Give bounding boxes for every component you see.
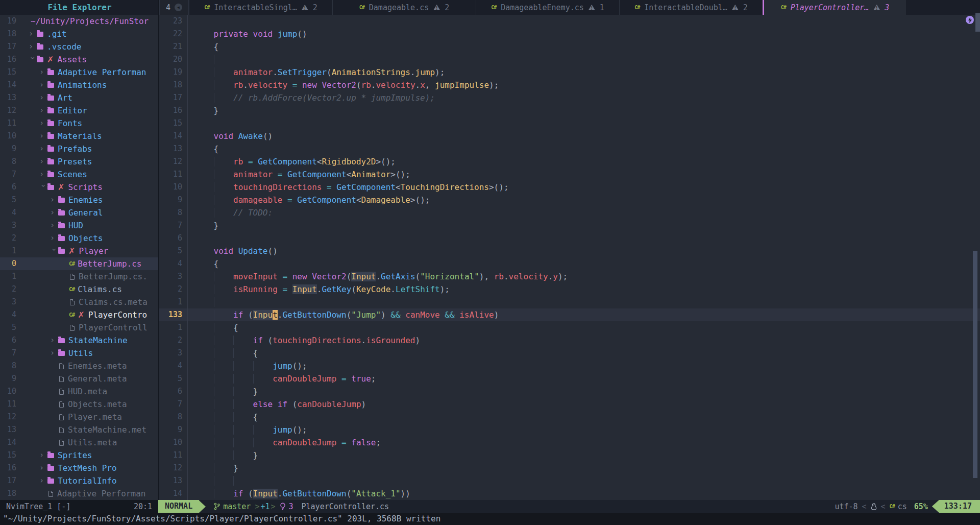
code-line[interactable]: 14 void Awake() xyxy=(159,130,980,142)
tree-item[interactable]: 12›Editor xyxy=(0,104,158,117)
chevron-right-icon[interactable]: › xyxy=(50,334,58,347)
code-line[interactable]: 2 if (touchingDirections.isGrounded) xyxy=(159,334,980,347)
tree-item[interactable]: 11›Fonts xyxy=(0,117,158,130)
code-line[interactable]: 12 rb = GetComponent<Rigidbody2D>(); xyxy=(159,155,980,168)
code-line[interactable]: 13 { xyxy=(159,142,980,155)
tree-item[interactable]: 9General.meta xyxy=(0,372,158,385)
code-line[interactable]: 21 { xyxy=(159,40,980,53)
code-line[interactable]: 8 // TODO: xyxy=(159,206,980,219)
tree-item[interactable]: 5PlayerControll xyxy=(0,321,158,334)
tree-item[interactable]: 17›.vscode xyxy=(0,40,158,53)
buffer-tab[interactable]: C#Damageable.cs!2 xyxy=(332,0,476,15)
code-line[interactable]: 133 if (Input.GetButtonDown("Jump") && c… xyxy=(159,308,980,321)
tree-item[interactable]: 13StateMachine.met xyxy=(0,423,158,436)
code-line[interactable]: 9 damageable = GetComponent<Damageable>(… xyxy=(159,194,980,206)
tree-item[interactable]: 16›✗Assets xyxy=(0,53,158,66)
code-line[interactable]: 11 } xyxy=(159,449,980,462)
code-line[interactable]: 22 private void jump() xyxy=(159,28,980,40)
tree-item[interactable]: 13›Art xyxy=(0,91,158,104)
code-line[interactable]: 16 } xyxy=(159,104,980,117)
tree-item[interactable]: 9›Prefabs xyxy=(0,142,158,155)
tree-item[interactable]: 3Claims.cs.meta xyxy=(0,296,158,308)
tree-item[interactable]: 2C#Claims.cs xyxy=(0,283,158,296)
buffer-count-segment[interactable]: 4 ◀ xyxy=(159,0,189,15)
chevron-right-icon[interactable]: › xyxy=(50,219,58,232)
tree-item[interactable]: 5›Enemies xyxy=(0,194,158,206)
tree-item[interactable]: 8Enemies.meta xyxy=(0,360,158,372)
tree-item[interactable]: 6›✗Scripts xyxy=(0,181,158,194)
circle-back-icon[interactable]: ◀ xyxy=(175,4,182,11)
code-line[interactable]: 18 rb.velocity = new Vector2(rb.velocity… xyxy=(159,79,980,91)
tree-item[interactable]: 1BetterJump.cs. xyxy=(0,270,158,283)
code-line[interactable]: 1 { xyxy=(159,321,980,334)
tree-item[interactable]: 3›HUD xyxy=(0,219,158,232)
chevron-right-icon[interactable]: › xyxy=(39,91,47,104)
tree-item[interactable]: 14›Animations xyxy=(0,79,158,91)
code-line[interactable]: 13 xyxy=(159,474,980,487)
chevron-right-icon[interactable]: › xyxy=(39,79,47,91)
code-line[interactable]: 17 // rb.AddForce(Vector2.up * jumpImpul… xyxy=(159,91,980,104)
code-line[interactable]: 15 xyxy=(159,117,980,130)
chevron-right-icon[interactable]: › xyxy=(39,155,47,168)
code-line[interactable]: 20 xyxy=(159,53,980,66)
code-line[interactable]: 11 animator = GetComponent<Animator>(); xyxy=(159,168,980,181)
code-line[interactable]: 19 animator.SetTrigger(AnimationStrings.… xyxy=(159,66,980,79)
code-line[interactable]: 12 } xyxy=(159,462,980,474)
diagnostics-hint[interactable]: 3 xyxy=(280,502,293,511)
buffer-tab[interactable]: C#InteractableDoubl…!2 xyxy=(619,0,763,15)
tree-item[interactable]: 6›StateMachine xyxy=(0,334,158,347)
chevron-right-icon[interactable]: › xyxy=(39,117,47,130)
code-line[interactable]: 1 xyxy=(159,296,980,308)
tree-item[interactable]: 12Player.meta xyxy=(0,411,158,423)
chevron-right-icon[interactable]: › xyxy=(39,104,47,117)
chevron-right-icon[interactable]: › xyxy=(39,130,47,142)
tree-item[interactable]: 18Adaptive Performan xyxy=(0,487,158,500)
chevron-right-icon[interactable]: › xyxy=(29,40,37,53)
tree-item[interactable]: 17›TutorialInfo xyxy=(0,474,158,487)
code-line[interactable]: 6 xyxy=(159,232,980,245)
chevron-right-icon[interactable]: › xyxy=(50,206,58,219)
chevron-right-icon[interactable]: › xyxy=(50,347,58,360)
tree-item[interactable]: 7›Scenes xyxy=(0,168,158,181)
chevron-right-icon[interactable]: › xyxy=(50,232,58,245)
tree-item[interactable]: 15›Sprites xyxy=(0,449,158,462)
tree-item[interactable]: 15›Adaptive Performan xyxy=(0,66,158,79)
tree-item[interactable]: 1›✗Player xyxy=(0,245,158,257)
code-line[interactable]: 5 canDoubleJump = true; xyxy=(159,372,980,385)
tree-item[interactable]: 4›General xyxy=(0,206,158,219)
tree-item[interactable]: 11Objects.meta xyxy=(0,398,158,411)
chevron-right-icon[interactable]: › xyxy=(29,28,37,40)
tree-item[interactable]: 16›TextMesh Pro xyxy=(0,462,158,474)
chevron-right-icon[interactable]: › xyxy=(39,474,47,487)
code-line[interactable]: 9 jump(); xyxy=(159,423,980,436)
file-explorer[interactable]: 19~/Unity/Projects/FunStor18›.git17›.vsc… xyxy=(0,15,158,500)
git-branch[interactable]: master xyxy=(214,502,251,511)
code-line[interactable]: 10 canDoubleJump = false; xyxy=(159,436,980,449)
chevron-right-icon[interactable]: › xyxy=(39,142,47,155)
tree-item[interactable]: 4C#✗PlayerContro xyxy=(0,308,158,321)
tree-scrollbar-thumb[interactable] xyxy=(975,13,980,32)
code-line[interactable]: 3 moveInput = new Vector2(Input.GetAxis(… xyxy=(159,270,980,283)
lightning-badge-icon[interactable] xyxy=(966,16,974,24)
code-editor[interactable]: 2322 private void jump()21 {20 19 animat… xyxy=(159,15,980,500)
buffer-tab[interactable]: C#PlayerController…!3 xyxy=(763,0,906,15)
tree-item[interactable]: 18›.git xyxy=(0,28,158,40)
code-line[interactable]: 7 else if (canDoubleJump) xyxy=(159,398,980,411)
code-line[interactable]: 8 { xyxy=(159,411,980,423)
code-line[interactable]: 10 touchingDirections = GetComponent<Tou… xyxy=(159,181,980,194)
chevron-right-icon[interactable]: › xyxy=(39,462,47,474)
chevron-right-icon[interactable]: › xyxy=(50,194,58,206)
code-line[interactable]: 4 { xyxy=(159,257,980,270)
buffer-tab[interactable]: C#InteractableSingl…!2 xyxy=(189,0,332,15)
code-line[interactable]: 14 if (Input.GetButtonDown("Attack_1")) xyxy=(159,487,980,500)
tree-item[interactable]: 0C#BetterJump.cs xyxy=(0,257,158,270)
chevron-right-icon[interactable]: › xyxy=(39,449,47,462)
buffer-tab[interactable]: C#DamageableEnemy.cs!1 xyxy=(476,0,619,15)
tree-item[interactable]: 8›Presets xyxy=(0,155,158,168)
tree-item[interactable]: 10HUD.meta xyxy=(0,385,158,398)
tree-item[interactable]: 7›Utils xyxy=(0,347,158,360)
code-line[interactable]: 4 jump(); xyxy=(159,360,980,372)
code-line[interactable]: 5 void Update() xyxy=(159,245,980,257)
chevron-right-icon[interactable]: › xyxy=(39,168,47,181)
code-line[interactable]: 6 } xyxy=(159,385,980,398)
